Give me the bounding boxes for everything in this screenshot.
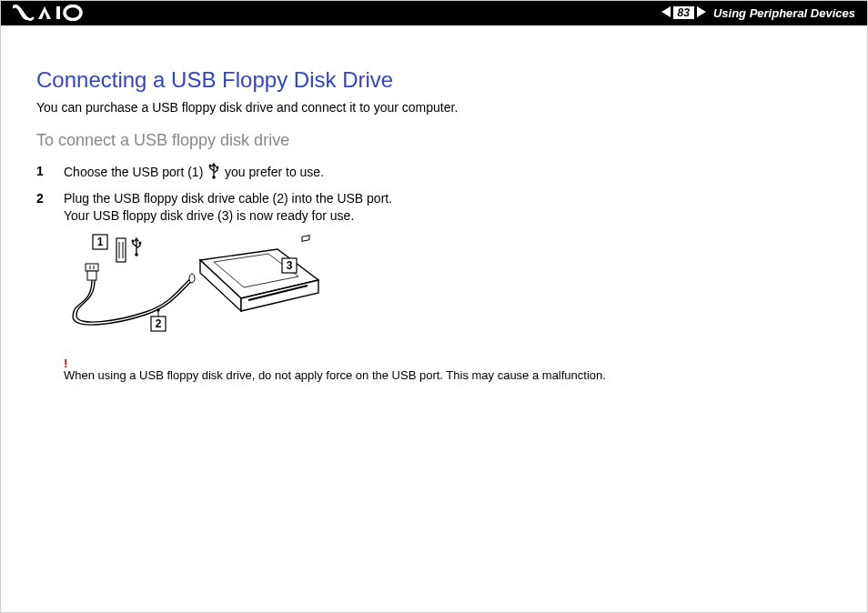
svg-rect-15 — [86, 264, 98, 271]
page-title: Connecting a USB Floppy Disk Drive — [36, 67, 832, 93]
page-content: Connecting a USB Floppy Disk Drive You c… — [0, 25, 868, 382]
step-text-after: you prefer to use. — [221, 165, 324, 179]
svg-marker-3 — [661, 6, 671, 17]
svg-marker-4 — [697, 6, 706, 17]
svg-marker-0 — [38, 6, 51, 19]
step-number: 2 — [36, 190, 64, 226]
callout-3: 3 — [287, 259, 293, 272]
usb-icon — [208, 163, 219, 185]
svg-point-7 — [212, 176, 216, 179]
warning-block: ! When using a USB floppy disk drive, do… — [64, 357, 832, 382]
step-body: Choose the USB port (1) you prefer to us… — [64, 163, 832, 185]
header-right: 83 Using Peripheral Devices — [661, 6, 855, 20]
step-1: 1 Choose the USB port (1) you prefer to … — [36, 163, 832, 185]
svg-point-12 — [132, 239, 135, 242]
prev-page-arrow-icon[interactable] — [661, 6, 671, 20]
svg-point-5 — [209, 165, 212, 167]
intro-text: You can purchase a USB floppy disk drive… — [36, 100, 832, 115]
step-body: Plug the USB floppy disk drive cable (2)… — [64, 190, 832, 226]
step-line1: Plug the USB floppy disk drive cable (2)… — [64, 191, 392, 206]
steps-list: 1 Choose the USB port (1) you prefer to … — [36, 163, 832, 226]
svg-rect-6 — [217, 166, 219, 169]
page-nav: 83 — [661, 6, 706, 20]
svg-point-2 — [65, 6, 81, 20]
header-bar: 83 Using Peripheral Devices — [0, 0, 868, 25]
step-number: 1 — [36, 163, 64, 185]
callout-1: 1 — [97, 236, 104, 248]
callout-2: 2 — [156, 317, 162, 330]
step-2: 2 Plug the USB floppy disk drive cable (… — [36, 190, 832, 226]
next-page-arrow-icon[interactable] — [697, 6, 706, 20]
svg-point-14 — [135, 253, 138, 256]
svg-rect-25 — [302, 235, 309, 241]
svg-point-19 — [189, 274, 195, 283]
svg-point-28 — [156, 308, 159, 311]
page-number: 83 — [673, 6, 694, 19]
svg-rect-13 — [139, 242, 142, 245]
step-text-before: Choose the USB port (1) — [64, 165, 207, 179]
section-title: Using Peripheral Devices — [713, 6, 855, 20]
connection-diagram: 1 — [64, 233, 832, 346]
svg-rect-9 — [116, 238, 126, 262]
step-line2: Your USB floppy disk drive (3) is now re… — [64, 208, 354, 223]
subtitle: To connect a USB floppy disk drive — [36, 131, 832, 150]
svg-rect-1 — [56, 6, 60, 19]
warning-text: When using a USB floppy disk drive, do n… — [64, 368, 606, 382]
svg-rect-16 — [87, 271, 96, 280]
vaio-logo — [13, 5, 86, 21]
